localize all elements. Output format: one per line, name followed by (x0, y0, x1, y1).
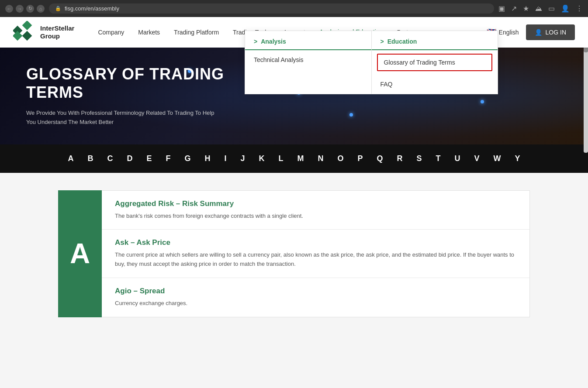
term-desc-agio: Currency exchange charges. (115, 299, 516, 308)
logo-line1: InterStellar (40, 24, 74, 32)
menu-icon[interactable]: ⋮ (576, 4, 583, 13)
profile-icon[interactable]: 👤 (561, 4, 570, 13)
dropdown-faq[interactable]: FAQ (372, 75, 498, 94)
browser-nav-buttons[interactable]: ← → ↻ ⌂ (5, 5, 45, 13)
address-bar[interactable]: 🔒 fisg.com/en/assembly (49, 3, 494, 14)
letter-badge-A: A (58, 190, 102, 317)
browser-chrome: ← → ↻ ⌂ 🔒 fisg.com/en/assembly ▣ ↗ ★ ⛰ ▭… (0, 0, 588, 17)
hero-content: GLOSSARY OF TRADING TERMS We Provide You… (0, 48, 262, 144)
term-desc-aggregated: The bank's risk comes from foreign excha… (115, 212, 516, 221)
logo-text: InterStellar Group (40, 24, 74, 40)
alpha-S[interactable]: S (414, 152, 425, 165)
dropdown-menu: > Analysis Technical Analysis > Educatio… (245, 31, 498, 94)
term-agio: Agio – Spread Currency exchange charges. (102, 278, 529, 317)
dropdown-technical-analysis[interactable]: Technical Analysis (245, 50, 371, 69)
alpha-U[interactable]: U (452, 152, 463, 165)
dropdown-education-col: > Education Glossary of Trading Terms FA… (372, 31, 498, 94)
alpha-I[interactable]: I (221, 152, 229, 165)
alpha-V[interactable]: V (472, 152, 482, 165)
alpha-E[interactable]: E (144, 152, 154, 165)
letter-section-A: A Aggregated Risk – Risk Summary The ban… (58, 190, 530, 317)
dropdown-analysis-col: > Analysis Technical Analysis (245, 31, 371, 94)
language-label: English (499, 29, 519, 36)
url-text: fisg.com/en/assembly (65, 5, 119, 12)
logo-line2: Group (40, 32, 74, 40)
term-title-aggregated: Aggregated Risk – Risk Summary (115, 199, 516, 208)
nav-markets[interactable]: Markets (132, 25, 166, 39)
alpha-B[interactable]: B (85, 152, 96, 165)
network-dot-5 (349, 113, 353, 117)
letter-badge-text: A (70, 237, 90, 270)
dropdown-glossary[interactable]: Glossary of Trading Terms (377, 54, 493, 71)
logo[interactable]: InterStellar Group (13, 21, 74, 44)
alpha-A[interactable]: A (65, 152, 76, 165)
nav-trading-platform[interactable]: Trading Platform (168, 25, 225, 39)
alpha-J[interactable]: J (238, 152, 247, 165)
education-header-label: Education (387, 38, 417, 45)
hero-subtitle-line2: You Understand The Market Better (26, 119, 114, 125)
alpha-C[interactable]: C (104, 152, 115, 165)
alpha-N[interactable]: N (315, 152, 326, 165)
alphabet-nav: A B C D E F G H I J K L M N O P Q R S T … (0, 144, 588, 173)
alpha-O[interactable]: O (335, 152, 346, 165)
layout-icon[interactable]: ▭ (548, 4, 555, 13)
header-right: 🇬🇧 English 👤 LOG IN (487, 24, 575, 40)
logo-icon (13, 21, 36, 44)
login-button[interactable]: 👤 LOG IN (526, 24, 575, 40)
education-arrow-icon: > (380, 38, 384, 45)
hero-subtitle-line1: We Provide You With Professional Termino… (26, 110, 214, 116)
alpha-H[interactable]: H (202, 152, 213, 165)
dropdown-education-header: > Education (372, 31, 498, 50)
share-icon[interactable]: ↗ (511, 4, 517, 13)
nav-company[interactable]: Company (92, 25, 130, 39)
alpha-Y[interactable]: Y (512, 152, 523, 165)
alpha-Q[interactable]: Q (374, 152, 386, 165)
terms-list-A: Aggregated Risk – Risk Summary The bank'… (102, 190, 530, 317)
forward-button[interactable]: → (16, 5, 24, 13)
alpha-K[interactable]: K (256, 152, 267, 165)
extension-icon[interactable]: ⛰ (535, 5, 542, 13)
alpha-W[interactable]: W (491, 152, 504, 165)
browser-toolbar-icons: ▣ ↗ ★ ⛰ ▭ 👤 ⋮ (498, 4, 583, 13)
term-aggregated-risk: Aggregated Risk – Risk Summary The bank'… (102, 191, 529, 230)
letter-section-wrapper: A Aggregated Risk – Risk Summary The ban… (58, 190, 530, 317)
term-title-ask: Ask – Ask Price (115, 238, 516, 247)
term-ask: Ask – Ask Price The current price at whi… (102, 230, 529, 278)
arrow-icon: > (254, 38, 257, 45)
alpha-G[interactable]: G (182, 152, 193, 165)
lock-icon: 🔒 (55, 6, 61, 11)
analysis-header-label: Analysis (261, 38, 286, 45)
back-button[interactable]: ← (5, 5, 13, 13)
svg-rect-1 (22, 21, 32, 30)
login-person-icon: 👤 (535, 29, 542, 36)
alpha-F[interactable]: F (163, 152, 173, 165)
hero-subtitle: We Provide You With Professional Termino… (26, 109, 236, 127)
alpha-T[interactable]: T (433, 152, 443, 165)
alpha-L[interactable]: L (276, 152, 286, 165)
alpha-M[interactable]: M (294, 152, 306, 165)
network-dot-4 (481, 100, 484, 103)
svg-rect-3 (22, 31, 32, 41)
term-title-agio: Agio – Spread (115, 287, 516, 295)
screen-icon[interactable]: ▣ (498, 4, 505, 13)
star-icon[interactable]: ★ (523, 4, 529, 13)
alpha-P[interactable]: P (355, 152, 366, 165)
login-label: LOG IN (546, 29, 566, 36)
alpha-R[interactable]: R (394, 152, 405, 165)
home-button[interactable]: ⌂ (37, 5, 45, 13)
main-content: A Aggregated Risk – Risk Summary The ban… (32, 190, 556, 317)
dropdown-analysis-header: > Analysis (245, 31, 371, 50)
hero-title: GLOSSARY OF TRADING TERMS (26, 65, 236, 102)
reload-button[interactable]: ↻ (26, 5, 34, 13)
alpha-D[interactable]: D (124, 152, 135, 165)
term-desc-ask: The current price at which sellers are w… (115, 251, 516, 269)
